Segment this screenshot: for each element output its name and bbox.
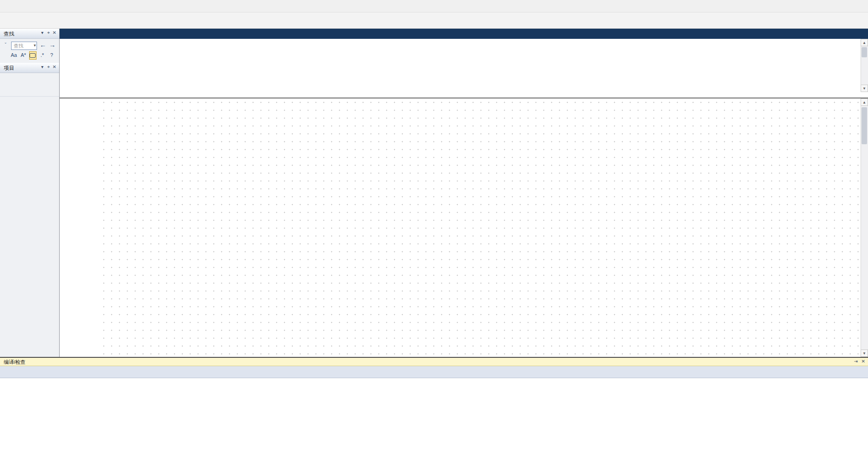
find-panel-header: 查找 ▾ ⌖ ✕ <box>0 29 59 39</box>
find-previous-button[interactable]: ← <box>39 41 47 49</box>
search-comments-button[interactable] <box>29 51 37 60</box>
find-input[interactable]: 查找▾ <box>11 42 37 50</box>
regex-button[interactable]: .* <box>38 51 46 60</box>
find-next-button[interactable]: → <box>49 41 56 49</box>
scroll-down-icon[interactable]: ▼ <box>861 349 868 357</box>
project-panel-title: 项目 <box>4 65 14 71</box>
combo-dropdown-icon[interactable]: ▾ <box>34 43 36 48</box>
project-panel-header: 项目 ▾ ⌖ ✕ <box>0 63 59 73</box>
project-toolbar-row2 <box>0 84 59 97</box>
close-icon[interactable]: ✕ <box>53 30 56 35</box>
ladder-scroll-thumb[interactable] <box>862 107 867 144</box>
match-case-button[interactable]: Aa <box>10 51 18 60</box>
compile-check-panel: 编译/检查 ⇥ ✕ <box>0 357 868 472</box>
left-sidebar: 查找 ▾ ⌖ ✕ ˇ 查找▾ ← → Aa A* .* ? 项目 ▾ ⌖ ✕ <box>0 29 60 357</box>
menu-bar <box>0 0 868 12</box>
find-panel-title: 查找 <box>4 31 14 37</box>
scroll-up-icon[interactable]: ▲ <box>861 98 868 106</box>
find-panel: ˇ 查找▾ ← → Aa A* .* ? <box>0 39 59 63</box>
ladder-editor[interactable] <box>100 98 861 357</box>
variable-table <box>60 39 861 98</box>
pin-icon[interactable]: ⌖ <box>47 30 50 36</box>
match-word-button[interactable]: A* <box>19 51 27 60</box>
close-icon[interactable]: ✕ <box>53 64 56 69</box>
find-help-button[interactable]: ? <box>48 51 55 60</box>
main-toolbar <box>0 12 868 29</box>
document-tab-bar <box>51 29 868 39</box>
find-expand-icon[interactable]: ˇ <box>2 41 9 49</box>
scroll-down-icon[interactable]: ▼ <box>861 85 868 92</box>
comment-bubble-icon <box>30 53 36 58</box>
table-bottom-strip <box>60 92 861 98</box>
chevron-down-icon[interactable]: ▾ <box>41 30 43 35</box>
dock-icon[interactable]: ⇥ <box>854 359 858 364</box>
scroll-up-icon[interactable]: ▲ <box>861 39 868 46</box>
close-icon[interactable]: ✕ <box>862 359 865 364</box>
compile-panel-title: 编译/检查 <box>4 359 25 365</box>
project-toolbar-row1 <box>0 73 59 84</box>
table-scroll-thumb[interactable] <box>862 47 867 57</box>
chevron-down-icon[interactable]: ▾ <box>41 64 43 69</box>
compile-panel-title-bar: 编译/检查 ⇥ ✕ <box>0 358 868 366</box>
pin-icon[interactable]: ⌖ <box>47 64 50 70</box>
compile-panel-toolbar <box>0 366 868 378</box>
